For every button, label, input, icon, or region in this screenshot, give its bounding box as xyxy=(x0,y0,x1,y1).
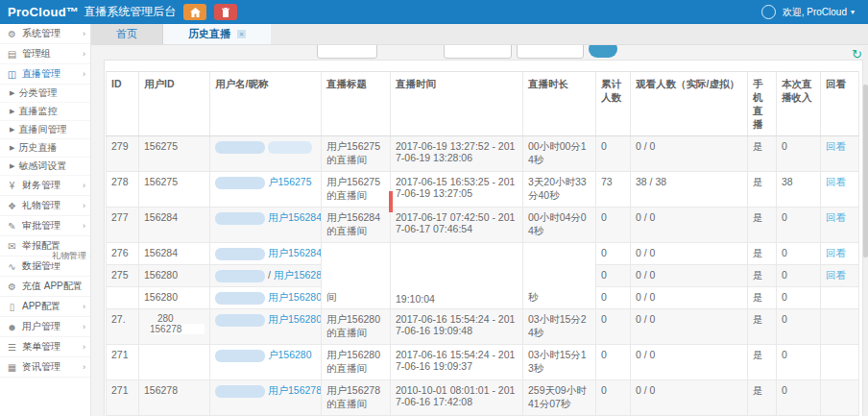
blurred-name xyxy=(215,350,265,362)
triangle-icon: ▶ xyxy=(10,144,14,152)
blurred-name xyxy=(215,385,265,398)
cell-live-title: 用户156280的直播间 xyxy=(322,345,391,380)
cell-total-count: 0 xyxy=(596,136,631,172)
cell-user-id: 156275 xyxy=(139,136,210,172)
sidebar-item-0[interactable]: ⚙系统管理› xyxy=(0,24,90,44)
trash-button[interactable] xyxy=(214,4,237,20)
triangle-icon: ▶ xyxy=(10,89,14,97)
sidebar-item-label: APP配置 xyxy=(22,300,60,313)
close-icon[interactable]: × xyxy=(237,30,246,38)
column-header-3: 直播标题 xyxy=(322,72,391,136)
sidebar-item-2[interactable]: ◫直播管理› xyxy=(0,64,90,85)
home-icon xyxy=(190,8,201,17)
cell-total-count: 73 xyxy=(596,172,631,208)
home-button[interactable] xyxy=(183,4,206,20)
filter-input-2[interactable] xyxy=(444,45,512,59)
vertical-scrollbar[interactable] xyxy=(863,46,868,416)
table-row: 156280用户156280间19:10:04秒00 / 0是0 xyxy=(107,287,859,309)
sidebar-item-9[interactable]: ❖礼物管理› xyxy=(0,196,90,216)
search-button[interactable] xyxy=(589,45,617,58)
cell-nickname: 用户156284 xyxy=(210,208,322,243)
glitch-red-artifact xyxy=(389,191,393,212)
gift-icon: ❖ xyxy=(6,201,18,211)
sidebar-item-8[interactable]: ¥财务管理› xyxy=(0,176,90,196)
comment-icon: ✉ xyxy=(6,241,18,252)
user-link[interactable]: 用户156280 xyxy=(268,313,322,325)
triangle-icon: ▶ xyxy=(10,126,14,134)
cell-live-duration: 259天09小时41分07秒 xyxy=(523,380,596,416)
cell-id: 271 xyxy=(107,380,139,416)
sidebar-item-11[interactable]: ✉举报配置礼物管理 xyxy=(0,236,90,257)
refresh-icon[interactable]: ↻ xyxy=(852,48,862,61)
user-link[interactable]: 用户156278 xyxy=(268,384,322,396)
table-row: 275156280/ 用户15628000 / 0是0回看 xyxy=(107,265,859,287)
tab-history-live[interactable]: 历史直播 × xyxy=(163,24,271,44)
cell-live-title: 用户156275的直播间 xyxy=(322,136,391,172)
cell-id: 278 xyxy=(107,172,139,208)
cell-income: 0 xyxy=(777,136,821,172)
sidebar-item-3[interactable]: ▶分类管理 xyxy=(0,85,90,103)
sidebar-item-label: 资讯管理 xyxy=(22,360,60,374)
cell-user-id: 156278 xyxy=(139,380,210,416)
replay-link[interactable]: 回看 xyxy=(826,269,846,281)
sidebar-item-15[interactable]: ☻用户管理› xyxy=(0,317,90,337)
cell-replay: 回看 xyxy=(821,208,859,243)
sidebar-item-13[interactable]: ⚙充值 APP配置 xyxy=(0,277,90,297)
sidebar-item-5[interactable]: ▶直播间管理 xyxy=(0,121,90,139)
sidebar-item-17[interactable]: ▦资讯管理› xyxy=(0,357,90,378)
cell-mobile-live: 是 xyxy=(748,243,777,265)
replay-link[interactable]: 回看 xyxy=(826,211,846,223)
sidebar-item-6[interactable]: ▶历史直播 xyxy=(0,139,90,158)
brand-logo: ProCloud™ xyxy=(8,5,79,19)
cell-user-id: 156280 xyxy=(139,287,210,309)
column-header-8: 手机直播 xyxy=(748,72,777,136)
sidebar-item-14[interactable]: ▯APP配置› xyxy=(0,297,90,317)
user-link[interactable]: 用户156280 xyxy=(274,269,322,281)
cell-live-duration xyxy=(523,265,596,287)
tab-home[interactable]: 首页 xyxy=(91,24,163,44)
user-link[interactable]: 户156280 xyxy=(268,349,312,360)
blurred-name xyxy=(215,212,265,225)
replay-link[interactable]: 回看 xyxy=(826,247,846,258)
sidebar-item-16[interactable]: ☰菜单管理› xyxy=(0,337,90,357)
blurred-name xyxy=(215,314,265,327)
replay-link[interactable]: 回看 xyxy=(826,140,846,152)
sidebar-item-label: 直播间管理 xyxy=(18,123,66,136)
cell-total-count: 0 xyxy=(596,345,631,380)
sidebar-item-label: 分类管理 xyxy=(18,86,57,100)
cell-income: 0 xyxy=(777,309,821,345)
mobile-icon: ▯ xyxy=(6,302,18,312)
filter-input-3[interactable] xyxy=(517,45,584,59)
cell-live-time: 2017-06-15 16:53:25 - 2017-06-19 13:27:0… xyxy=(391,172,523,208)
replay-link[interactable]: 回看 xyxy=(826,176,846,187)
cell-viewers: 0 / 0 xyxy=(631,208,748,243)
sidebar-item-10[interactable]: ✎审批管理› xyxy=(0,216,90,236)
blurred-name xyxy=(215,141,265,154)
welcome-text: 欢迎, ProCloud xyxy=(783,6,847,19)
user-link[interactable]: 用户156284 xyxy=(268,247,322,258)
cell-mobile-live: 是 xyxy=(748,345,777,380)
chevron-right-icon: › xyxy=(83,322,85,331)
scrollbar-thumb[interactable] xyxy=(863,85,868,257)
user-menu[interactable]: 欢迎, ProCloud ▾ xyxy=(761,5,855,19)
sidebar-item-label: 管理组 xyxy=(22,47,51,61)
cell-id: 275 xyxy=(107,265,139,287)
sidebar-item-1[interactable]: ▤管理组› xyxy=(0,44,90,64)
cell-user-id xyxy=(139,345,210,380)
cell-mobile-live: 是 xyxy=(748,172,777,208)
sidebar-item-label: 菜单管理 xyxy=(22,340,60,354)
cell-viewers: 38 / 38 xyxy=(631,172,748,208)
user-link[interactable]: 户156275 xyxy=(268,176,312,187)
user-link[interactable]: 用户156280 xyxy=(268,291,322,303)
cell-live-duration: 3天20小时33分40秒 xyxy=(523,172,596,208)
filter-input-1[interactable] xyxy=(317,45,377,59)
cell-live-title: 用户156278的直播间 xyxy=(322,380,391,416)
cell-income: 0 xyxy=(777,208,821,243)
sidebar-item-7[interactable]: ▶敏感词设置 xyxy=(0,158,90,176)
cell-live-time: 2017-06-19 13:27:52 - 2017-06-19 13:28:0… xyxy=(391,136,523,172)
cell-live-duration xyxy=(523,243,596,265)
table-row: 279156275用户156275的直播间2017-06-19 13:27:52… xyxy=(107,136,859,172)
sidebar-item-4[interactable]: ▶直播监控 xyxy=(0,103,90,121)
user-link[interactable]: 用户156284 xyxy=(268,211,322,223)
chevron-right-icon: › xyxy=(83,362,85,372)
